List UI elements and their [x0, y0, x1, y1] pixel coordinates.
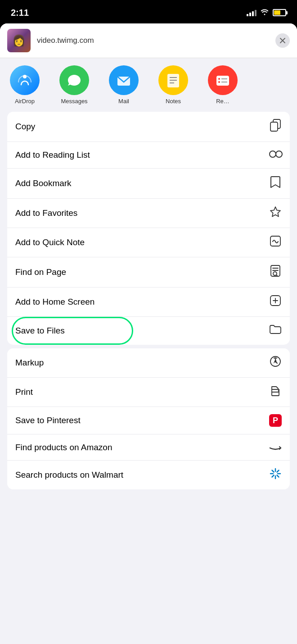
share-reminders[interactable]: Re…: [198, 65, 248, 105]
bookmark-action[interactable]: Add Bookmark: [7, 169, 290, 199]
signal-icon: [247, 9, 256, 16]
svg-line-36: [272, 470, 274, 472]
home-screen-label: Add to Home Screen: [15, 297, 94, 307]
walmart-action[interactable]: Search products on Walmart: [7, 461, 290, 489]
wifi-icon: [260, 8, 269, 17]
svg-line-39: [272, 475, 274, 477]
home-screen-icon: [269, 295, 282, 309]
status-time: 2:11: [11, 8, 29, 18]
reading-list-action[interactable]: Add to Reading List: [7, 142, 290, 169]
svg-line-38: [277, 470, 279, 472]
save-files-icon: [269, 324, 282, 338]
favorites-icon: [269, 206, 282, 220]
svg-line-37: [277, 475, 279, 477]
walmart-label: Search products on Walmart: [15, 470, 123, 480]
favorites-label: Add to Favorites: [15, 208, 77, 218]
find-page-label: Find on Page: [15, 267, 66, 277]
svg-point-9: [218, 78, 220, 80]
share-mail[interactable]: Mail: [99, 65, 148, 105]
share-messages[interactable]: Messages: [50, 65, 99, 105]
reading-list-icon: [269, 149, 282, 161]
svg-rect-14: [270, 122, 278, 131]
reading-list-label: Add to Reading List: [15, 150, 90, 160]
reminders-label: Re…: [216, 98, 230, 105]
markup-action[interactable]: Markup A: [7, 348, 290, 378]
copy-icon: [269, 119, 282, 134]
walmart-icon: [269, 468, 282, 482]
amazon-icon: [269, 442, 282, 453]
pinterest-icon: P: [269, 414, 282, 427]
close-share-button[interactable]: [275, 33, 290, 48]
primary-actions-card: Copy Add to Reading List Add Bookmark: [7, 112, 290, 345]
share-notes[interactable]: Notes: [148, 65, 198, 105]
battery-icon: [273, 9, 286, 16]
find-page-icon: [269, 265, 282, 280]
svg-rect-19: [271, 265, 280, 276]
quick-note-label: Add to Quick Note: [15, 238, 85, 247]
find-page-action[interactable]: Find on Page: [7, 257, 290, 288]
notes-label: Notes: [166, 98, 181, 105]
messages-label: Messages: [61, 98, 87, 105]
bookmark-label: Add Bookmark: [15, 178, 72, 188]
svg-point-16: [276, 151, 282, 157]
print-label: Print: [15, 387, 33, 397]
print-action[interactable]: Print: [7, 378, 290, 407]
quick-note-action[interactable]: Add to Quick Note: [7, 228, 290, 257]
share-sheet: 👩 video.twimg.com AirDrop: [0, 23, 297, 644]
svg-marker-17: [270, 207, 280, 217]
amazon-label: Find products on Amazon: [15, 443, 112, 452]
print-icon: [269, 385, 282, 399]
mail-label: Mail: [118, 98, 129, 105]
pinterest-logo: P: [269, 414, 282, 427]
url-text: video.twimg.com: [37, 36, 269, 45]
share-row: AirDrop Messages Mail: [0, 58, 297, 108]
svg-text:A: A: [273, 359, 277, 364]
svg-point-15: [270, 151, 276, 157]
pinterest-action[interactable]: Save to Pinterest P: [7, 407, 290, 434]
svg-point-10: [218, 81, 220, 83]
page-thumbnail: 👩: [7, 29, 31, 52]
status-bar: 2:11: [0, 0, 297, 23]
quick-note-icon: [269, 235, 282, 250]
favorites-action[interactable]: Add to Favorites: [7, 199, 290, 228]
markup-label: Markup: [15, 358, 44, 368]
bookmark-icon: [269, 176, 282, 191]
markup-icon: A: [269, 356, 282, 370]
mail-icon: [109, 65, 139, 95]
airdrop-label: AirDrop: [15, 98, 35, 105]
reminders-icon: [208, 65, 238, 95]
save-files-label: Save to Files: [15, 326, 65, 336]
url-bar: 👩 video.twimg.com: [0, 23, 297, 58]
messages-icon: [59, 65, 89, 95]
copy-action[interactable]: Copy: [7, 112, 290, 142]
share-airdrop[interactable]: AirDrop: [0, 65, 50, 105]
amazon-action[interactable]: Find products on Amazon: [7, 434, 290, 461]
airdrop-icon: [10, 65, 40, 95]
secondary-actions-card: Markup A Print: [7, 348, 290, 489]
save-files-action[interactable]: Save to Files: [7, 317, 290, 345]
svg-point-31: [278, 390, 279, 392]
status-icons: [247, 8, 286, 17]
pinterest-label: Save to Pinterest: [15, 416, 81, 425]
copy-label: Copy: [15, 122, 35, 132]
svg-rect-8: [216, 76, 229, 86]
svg-rect-30: [272, 392, 279, 396]
home-screen-action[interactable]: Add to Home Screen: [7, 288, 290, 317]
notes-icon: [158, 65, 188, 95]
